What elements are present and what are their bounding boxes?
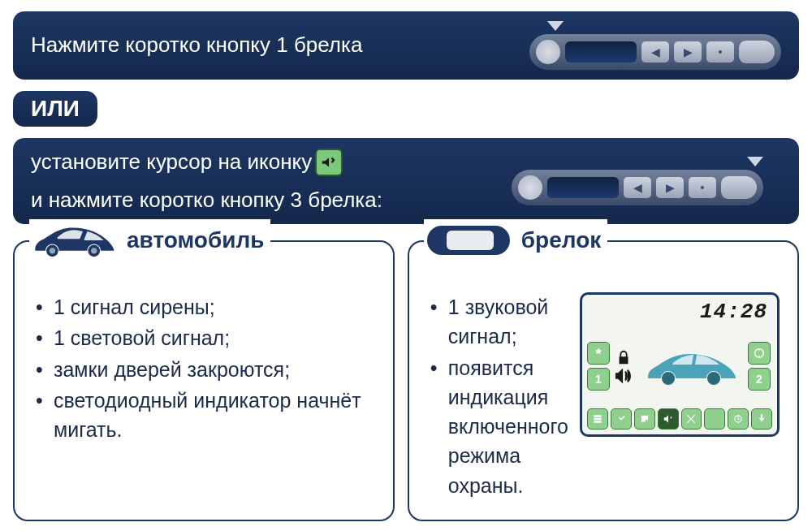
lcd-bottom-icon — [728, 408, 749, 430]
lcd-bottom-icon — [587, 408, 608, 430]
remote-button-left: ◀ — [624, 177, 651, 198]
lcd-icon-engine — [748, 342, 771, 365]
remote-button-right: ▶ — [656, 177, 684, 198]
remote-button-end — [739, 41, 775, 63]
remote-diagram-1: ◀ ▶ • — [529, 21, 781, 70]
lcd-screen: 14:28 1 — [580, 292, 780, 437]
svg-point-1 — [50, 248, 55, 253]
lcd-bottom-row — [587, 408, 772, 430]
list-item: 1 звуковой сигнал; — [430, 292, 568, 352]
remote-button-right: ▶ — [674, 41, 702, 63]
horn-icon — [615, 369, 633, 383]
card-automobile: автомобиль 1 сигнал сирены; 1 световой с… — [13, 240, 395, 521]
result-columns: автомобиль 1 сигнал сирены; 1 световой с… — [13, 240, 799, 521]
remote-button-dot: • — [689, 177, 716, 198]
lcd-car-graphic — [639, 344, 745, 389]
list-item: замки дверей закроются; — [36, 355, 375, 384]
lcd-icon-num2: 2 — [748, 368, 771, 391]
lcd-bottom-icon — [611, 408, 632, 430]
list-item: светодиодный индикатор начнёт мигать. — [36, 386, 375, 445]
car-list: 1 сигнал сирены; 1 световой сигнал; замк… — [32, 292, 375, 444]
remote-fob-illustration: ◀ ▶ • — [529, 34, 781, 70]
remote-lcd-slot — [547, 177, 619, 198]
list-item: 1 световой сигнал; — [36, 323, 375, 352]
pointer-down-icon — [747, 157, 763, 166]
instruction-bar-2: установите курсор на иконку и нажмите ко… — [13, 138, 799, 224]
keyfob-icon — [424, 219, 513, 261]
bar1-text: Нажмите коротко кнопку 1 брелка — [31, 31, 362, 59]
remote-button-end — [721, 176, 757, 199]
lock-icon — [615, 349, 633, 367]
card-head-automobile: автомобиль — [29, 219, 270, 261]
lcd-icon-num1: 1 — [587, 368, 610, 391]
svg-rect-5 — [447, 231, 494, 250]
svg-point-3 — [91, 248, 97, 253]
remote-button-1 — [518, 175, 542, 200]
remote-fob-illustration: ◀ ▶ • — [512, 170, 763, 205]
remote-button-1 — [536, 40, 560, 64]
lcd-mid-row: 1 — [587, 327, 772, 405]
lcd-lock-horn — [615, 349, 633, 383]
lcd-bottom-icon-active — [658, 408, 679, 430]
card-title-keyfob: брелок — [521, 227, 602, 253]
fob-list: 1 звуковой сигнал; появится индикация вк… — [427, 292, 568, 500]
list-item: 1 сигнал сирены; — [36, 292, 375, 322]
car-icon — [29, 219, 119, 261]
card-keyfob: брелок 1 звуковой сигнал; появится индик… — [408, 240, 799, 521]
lcd-icon-alarm — [587, 342, 610, 365]
bar2-text: установите курсор на иконку и нажмите ко… — [31, 148, 512, 214]
remote-lcd-slot — [565, 41, 637, 63]
lcd-bottom-icon — [751, 408, 772, 430]
card-head-keyfob: брелок — [424, 219, 608, 261]
list-item: появится индикация включенного режима ох… — [430, 353, 568, 500]
lcd-time: 14:28 — [587, 300, 772, 324]
lcd-bottom-icon — [634, 408, 655, 430]
instruction-bar-1: Нажмите коротко кнопку 1 брелка ◀ ▶ • — [13, 11, 799, 80]
remote-button-left: ◀ — [641, 41, 669, 63]
bar2-line2: и нажмите коротко кнопку 3 брелка: — [31, 186, 382, 214]
remote-button-dot: • — [706, 41, 734, 63]
pointer-down-icon — [547, 21, 564, 31]
lcd-bottom-icon — [704, 408, 725, 430]
or-separator: ИЛИ — [13, 91, 97, 127]
bar2-line1a: установите курсор на иконку — [31, 148, 312, 176]
cursor-horn-icon — [315, 149, 343, 176]
svg-point-6 — [662, 372, 675, 385]
svg-point-7 — [707, 372, 720, 385]
lcd-bottom-icon — [681, 408, 702, 430]
remote-diagram-2: ◀ ▶ • — [512, 157, 781, 205]
card-title-automobile: автомобиль — [127, 227, 264, 253]
